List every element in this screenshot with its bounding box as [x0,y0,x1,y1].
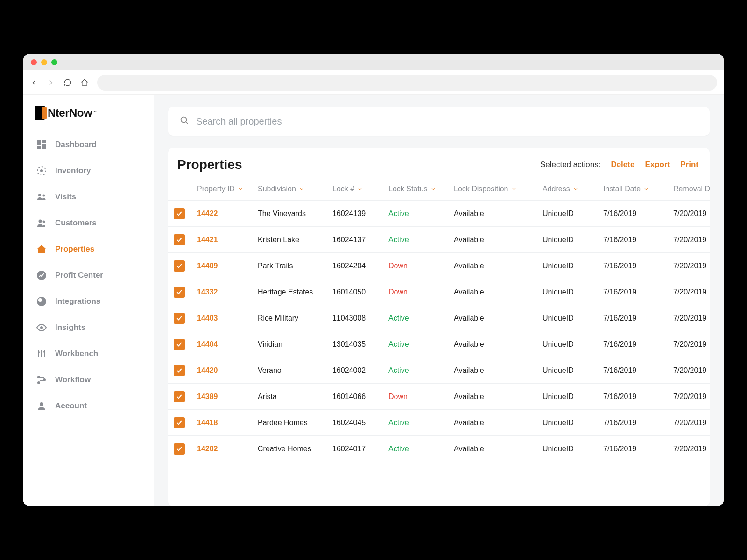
cell-property-id[interactable]: 14202 [197,445,258,453]
svg-rect-3 [37,146,41,149]
table-row: 14409Park Trails16024204DownAvailableUni… [168,252,710,279]
svg-point-18 [37,381,40,384]
chevron-down-icon [299,186,304,192]
sidebar-item-inventory[interactable]: Inventory [28,158,149,183]
cell-subdivision: Verano [258,366,332,375]
cell-address: UniqueID [543,210,603,218]
svg-rect-0 [37,140,41,145]
sidebar-item-label: Workflow [55,375,91,385]
svg-point-8 [39,220,42,223]
print-action[interactable]: Print [680,160,698,169]
row-checkbox[interactable] [174,208,185,219]
home-button[interactable] [80,78,89,87]
cell-install-date: 7/16/2019 [603,236,673,244]
cell-subdivision: Park Trails [258,262,332,270]
window-maximize-button[interactable] [51,59,57,65]
cell-property-id[interactable]: 14403 [197,314,258,322]
cell-property-id[interactable]: 14389 [197,392,258,401]
svg-rect-1 [42,140,46,143]
cell-address: UniqueID [543,392,603,401]
cell-removal-date: 7/20/2019 [673,419,710,427]
sidebar-item-insights[interactable]: Insights [28,315,149,340]
sidebar-item-workbench[interactable]: Workbench [28,341,149,366]
delete-action[interactable]: Delete [611,160,634,169]
back-button[interactable] [30,78,38,87]
row-checkbox[interactable] [174,365,185,376]
properties-panel: Properties Selected actions: Delete Expo… [168,148,710,506]
col-lock-disposition-label: Lock Disposition [454,185,508,193]
window-minimize-button[interactable] [41,59,47,65]
table-body: 14422The Vineyards16024139ActiveAvailabl… [168,200,710,462]
row-checkbox[interactable] [174,339,185,350]
cell-property-id[interactable]: 14421 [197,236,258,244]
cell-property-id[interactable]: 14409 [197,262,258,270]
row-checkbox[interactable] [174,391,185,402]
cell-property-id[interactable]: 14404 [197,340,258,349]
col-subdivision[interactable]: Subdivision [258,185,332,193]
table-row: 14420Verano16024002ActiveAvailableUnique… [168,357,710,383]
row-checkbox[interactable] [174,313,185,324]
row-checkbox[interactable] [174,287,185,298]
row-checkbox[interactable] [174,417,185,428]
cell-property-id[interactable]: 14420 [197,366,258,375]
cell-lock-disposition: Available [454,236,543,244]
row-checkbox[interactable] [174,234,185,245]
row-checkbox[interactable] [174,260,185,272]
export-action[interactable]: Export [645,160,670,169]
sidebar-item-properties[interactable]: Properties [28,237,149,262]
cell-lock-no: 11043008 [332,314,388,322]
cell-lock-disposition: Available [454,392,543,401]
sidebar-item-visits[interactable]: Visits [28,184,149,210]
table-row: 14422The Vineyards16024139ActiveAvailabl… [168,200,710,226]
forward-button[interactable] [47,78,55,87]
sidebar-item-profit-center[interactable]: Profit Center [28,263,149,288]
cell-subdivision: Pardee Homes [258,419,332,427]
cell-lock-no: 16014050 [332,288,388,296]
sidebar-item-dashboard[interactable]: Dashboard [28,132,149,157]
cell-property-id[interactable]: 14418 [197,419,258,427]
svg-point-6 [38,194,41,196]
svg-point-15 [41,354,42,356]
cell-lock-disposition: Available [454,366,543,375]
sidebar-item-integrations[interactable]: Integrations [28,289,149,314]
cell-lock-status: Active [388,314,454,322]
col-address[interactable]: Address [543,185,603,193]
sidebar-item-label: Visits [55,192,76,202]
col-removal-date[interactable]: Removal Date [673,185,710,193]
cell-removal-date: 7/20/2019 [673,210,710,218]
cell-removal-date: 7/20/2019 [673,236,710,244]
chevron-down-icon [643,186,649,192]
sidebar-item-customers[interactable]: Customers [28,210,149,236]
reload-button[interactable] [63,78,72,87]
sidebar-item-label: Inventory [55,166,91,175]
url-bar[interactable] [97,75,717,91]
account-icon [35,400,48,412]
search-input[interactable] [196,116,698,127]
cell-subdivision: Arista [258,392,332,401]
col-lock-disposition[interactable]: Lock Disposition [454,185,543,193]
col-lock-status[interactable]: Lock Status [388,185,454,193]
window-titlebar [23,54,724,70]
col-install-date-label: Install Date [603,185,641,193]
window-close-button[interactable] [31,59,37,65]
cell-lock-status: Active [388,236,454,244]
cell-lock-no: 16024137 [332,236,388,244]
sidebar-item-account[interactable]: Account [28,393,149,419]
col-install-date[interactable]: Install Date [603,185,673,193]
col-lock-no[interactable]: Lock # [332,185,388,193]
chevron-down-icon [357,186,363,192]
col-property-id[interactable]: Property ID [197,185,258,193]
cell-install-date: 7/16/2019 [603,314,673,322]
cell-lock-status: Active [388,210,454,218]
table-row: 14202Creative Homes16024017ActiveAvailab… [168,435,710,462]
row-checkbox[interactable] [174,443,185,455]
cell-property-id[interactable]: 14422 [197,210,258,218]
cell-subdivision: The Vineyards [258,210,332,218]
cell-lock-disposition: Available [454,288,543,296]
cell-lock-disposition: Available [454,262,543,270]
cell-address: UniqueID [543,366,603,375]
cell-lock-no: 16014066 [332,392,388,401]
col-property-id-label: Property ID [197,185,235,193]
cell-property-id[interactable]: 14332 [197,288,258,296]
sidebar-item-workflow[interactable]: Workflow [28,367,149,392]
